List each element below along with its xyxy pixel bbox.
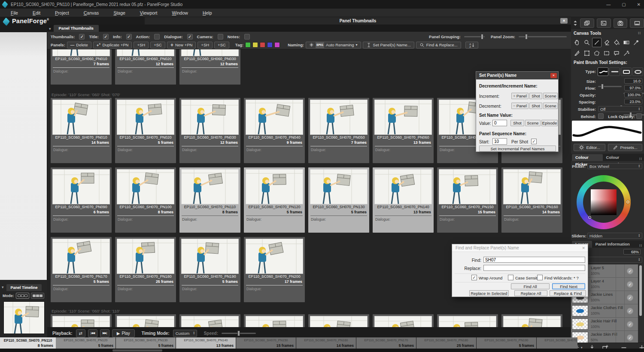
panel-card[interactable]: EP110_SC060_SH070_PN01014 framesDialogue… (51, 98, 112, 163)
tag-color-swatch-2[interactable] (260, 42, 265, 48)
panel-thumbnail[interactable] (246, 100, 303, 135)
panel-card[interactable]: EP110_SC060_SH070_PN0205 framesDialogue: (115, 98, 176, 163)
wrap-around-checkbox[interactable]: ✓ (471, 275, 477, 280)
panel-thumbnail[interactable] (181, 239, 239, 274)
case-sensitive-checkbox[interactable] (508, 275, 513, 280)
panel-card[interactable] (115, 314, 176, 327)
brush-spacing-value[interactable]: 23.0% (624, 99, 642, 104)
panel-card[interactable]: EP110_SC060_SH070_PN1305 framesDialogue: (308, 167, 369, 233)
find-replace-button[interactable]: Find & Replace... (416, 42, 461, 49)
panel-thumbnail[interactable] (117, 169, 174, 204)
eraser-tool-button[interactable] (602, 38, 611, 47)
tab-colour-picker[interactable]: Colour Picker (572, 154, 603, 161)
panel-card[interactable] (244, 314, 305, 327)
panel-action--sc-button[interactable]: +SC (214, 42, 229, 49)
panel-card[interactable]: EP110_SC060_SH070_PN14013 framesDialogue… (373, 167, 434, 233)
tag-color-swatch-1[interactable] (252, 42, 258, 48)
panel-menu-caret-icon[interactable]: ▾ (49, 27, 51, 31)
menu-edit[interactable]: Edit (25, 9, 48, 17)
panel-action-duplicate-pn-button[interactable]: ++Duplicate +PN (93, 42, 132, 49)
close-button[interactable]: ✕ (637, 2, 641, 7)
magic-wand-tool-button[interactable] (622, 49, 631, 58)
menu-stage[interactable]: Stage (106, 9, 132, 17)
visibility-checkbox-camera[interactable] (218, 34, 223, 39)
panel-thumbnail[interactable] (181, 316, 239, 327)
panel-thumbnail[interactable] (439, 169, 496, 204)
panel-thumbnail[interactable] (52, 169, 110, 204)
paint-brush-tool-button[interactable] (592, 38, 601, 47)
panel-thumbnail[interactable] (181, 100, 239, 135)
panel-thumbnail[interactable] (310, 316, 368, 327)
knife-tool-button[interactable] (572, 49, 582, 58)
brush-size-value[interactable]: 16.0 (624, 78, 642, 84)
replace-input[interactable] (483, 265, 585, 271)
canvas-area[interactable] (0, 32, 47, 280)
camera-view-button[interactable] (614, 18, 628, 28)
scene-button[interactable]: Scene (543, 103, 558, 109)
behind-checkbox[interactable] (598, 113, 604, 119)
menu-help[interactable]: Help (195, 9, 219, 17)
duplicate-view-button[interactable] (580, 18, 594, 28)
timing-mode-select[interactable]: Custom▲▼ (173, 330, 197, 337)
layer-visibility-toggle[interactable]: ✓ (627, 334, 633, 341)
panel-thumbnail[interactable] (246, 169, 303, 204)
scene-button[interactable]: Scene (543, 93, 558, 99)
panel-card[interactable] (437, 314, 498, 327)
panel-action--sc-button[interactable]: +SC (150, 42, 165, 49)
panel-card[interactable]: EP110_SC060_SH070_PN03012 framesDialogue… (179, 98, 240, 163)
panel-card[interactable] (51, 314, 112, 327)
panel-thumbnail[interactable] (374, 100, 432, 135)
horizontal-scrollbar[interactable] (112, 349, 162, 352)
console-view-button[interactable] (597, 18, 611, 28)
marquee-select-tool-button[interactable] (602, 49, 611, 58)
layer-thumbnail[interactable] (572, 305, 588, 316)
tab-colour-swatches[interactable]: Colour Swatches (603, 154, 639, 161)
layer-visibility-toggle[interactable]: ✓ (627, 281, 633, 288)
panel-card[interactable]: EP110_SC060_SH070_PN1205 framesDialogue: (244, 167, 305, 233)
panel-thumbnail[interactable] (246, 239, 303, 274)
per-shot-checkbox[interactable]: ✓ (531, 139, 537, 144)
paint-bucket-tool-button[interactable] (612, 38, 621, 47)
panel-thumbnail[interactable] (117, 316, 174, 327)
shot-button[interactable]: Shot (529, 93, 542, 99)
menu-window[interactable]: Window (165, 9, 195, 17)
set-incremental-button[interactable]: Set Incremental Panel Names (479, 146, 556, 152)
panel-card[interactable] (373, 314, 434, 327)
lock-opacity-checkbox[interactable] (636, 113, 642, 119)
visibility-checkbox-notes[interactable] (244, 34, 250, 39)
panel-card[interactable]: EP110_SC060_SH070_PN1705 framesDialogue: (51, 237, 112, 302)
speech-bubble-tool-button[interactable] (612, 49, 621, 58)
maximize-button[interactable]: ▢ (622, 2, 626, 7)
panel-thumbnail[interactable] (374, 169, 432, 204)
panel-thumbnail[interactable] (439, 316, 496, 327)
panel-thumbnail[interactable] (52, 316, 110, 327)
current-panel-label[interactable]: EP110_SC060_SH070_PN110 8 frames (0, 337, 56, 349)
layer-visibility-toggle[interactable]: ✓ (627, 308, 633, 314)
panel-thumbnail[interactable] (310, 100, 368, 135)
picker-select[interactable]: Box Wheel▲▼ (587, 163, 642, 169)
minimize-button[interactable]: — (606, 2, 611, 7)
timeline-mode-frames-button[interactable] (16, 293, 29, 299)
layer-thumbnail[interactable] (572, 319, 588, 330)
tab-panel-thumbnails[interactable]: Panel Thumbnails (54, 25, 99, 32)
panel-card[interactable]: EP110_SC060_SH070_PN15015 framesDialogue… (437, 167, 498, 233)
panel-card[interactable] (179, 314, 240, 327)
panel-card[interactable]: EP110_SC060_SH070_PN0507 framesDialogue: (308, 98, 369, 163)
panel-thumbnail[interactable] (503, 316, 561, 327)
visibility-checkbox-dialogue[interactable]: ✓ (187, 34, 193, 39)
auto-renaming-button[interactable]: EP01Auto Renaming▾ (306, 42, 361, 49)
shot-button[interactable]: Shot (529, 103, 542, 109)
hue-indicator[interactable] (626, 200, 629, 203)
tab-panel-information[interactable]: Panel Information (592, 241, 633, 248)
stabilise-select[interactable]: Off▲▼ (598, 106, 642, 112)
set-panel-name-button[interactable]: Set Panel(s) Name... (363, 42, 414, 49)
panel-card[interactable] (308, 314, 369, 327)
panel-card[interactable]: EP110_SC060_SH070_PN16014 framesDialogue… (501, 167, 562, 233)
panel-card[interactable]: EP110_SC060_SH070_PN20017 framesDialogue… (244, 237, 305, 302)
timeline-strip-segment[interactable]: EP110_SC060_SH070_PN1305 frames (116, 337, 176, 349)
panel-button[interactable]: +Panel (511, 93, 529, 99)
panel-card[interactable] (501, 314, 562, 327)
timeline-strip-segment[interactable]: EP110_SC060_SH070_PN1905 frames (477, 337, 537, 349)
panel-action-new-pn-button[interactable]: +New +PN (167, 42, 196, 49)
visibility-checkbox-action[interactable] (154, 34, 160, 39)
